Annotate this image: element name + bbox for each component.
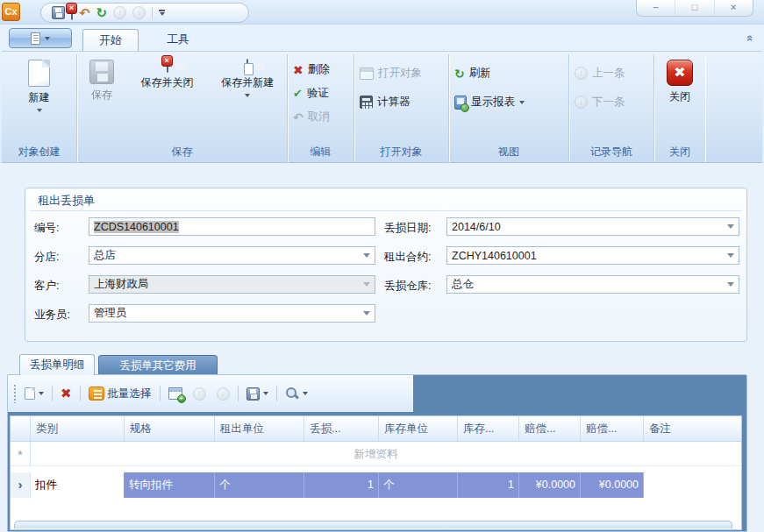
cell-stock-unit[interactable]: 个 (379, 472, 458, 498)
toolbar-grip-handle[interactable] (13, 384, 17, 403)
document-menu-icon (31, 32, 40, 45)
next-record-button: ↓ 下一条 (569, 90, 653, 114)
down-circle-icon: ↓ (217, 387, 230, 401)
close-button[interactable]: ✖ 关闭 (654, 54, 705, 142)
salesman-combobox[interactable]: 管理员 (89, 304, 375, 323)
delete-button[interactable]: ✖ 删除 (288, 58, 353, 82)
undo-icon[interactable]: ↶ (79, 5, 90, 21)
table-row[interactable]: › 扣件 转向扣件 个 1 个 1 ¥0.0000 ¥0.0000 (11, 472, 741, 498)
tab-start[interactable]: 开始 (82, 29, 139, 51)
detail-grid: 类别 规格 租出单位 丢损... 库存单位 库存... 赔偿... 赔偿... … (10, 415, 742, 530)
check-icon: ✔ (293, 87, 303, 100)
cell-loss-qty[interactable]: 1 (304, 472, 379, 498)
column-header-category[interactable]: 类别 (31, 416, 125, 441)
order-group-box: 租出丢损单 编号: ZCDS140610001 分店: 总店 客户: 上海财政局… (25, 188, 747, 342)
add-row-button[interactable] (22, 386, 46, 401)
column-header-stock-qty[interactable]: 库存... (458, 416, 519, 441)
new-page-badge-icon (244, 63, 253, 75)
save-and-close-button[interactable]: × (71, 7, 73, 19)
divider (152, 7, 153, 19)
grid-toolbar: ✖ 批量选择 + ↑ ↓ (8, 375, 413, 412)
dropdown-caret-icon (37, 109, 42, 112)
cell-rental-unit[interactable]: 个 (215, 472, 304, 498)
move-down-button: ↓ (214, 386, 232, 402)
previous-record-icon: ↑ (113, 6, 126, 19)
rental-contract-combobox[interactable]: ZCHY140610001 (446, 246, 739, 265)
cell-category[interactable]: 扣件 (31, 472, 125, 498)
column-header-stock-unit[interactable]: 库存单位 (379, 416, 458, 441)
tab-loss-order-detail[interactable]: 丢损单明细 (19, 354, 95, 375)
customize-quick-access-icon[interactable] (159, 10, 165, 16)
group-label: 记录导航 (569, 145, 653, 160)
search-button[interactable] (282, 385, 311, 402)
quick-access-toolbar: × ↶ ↻ ↑ ↓ (40, 3, 249, 23)
validate-button[interactable]: ✔ 验证 (288, 82, 353, 105)
minimize-button[interactable]: – (637, 0, 675, 16)
horizontal-scrollbar[interactable] (14, 521, 732, 528)
dropdown-caret-icon (519, 101, 525, 104)
refresh-icon: ↻ (454, 67, 465, 81)
ribbon-group-edit: ✖ 删除 ✔ 验证 ↶ 取消 编辑 (288, 54, 354, 162)
divider (276, 386, 277, 401)
next-record-icon: ↓ (132, 6, 146, 19)
dropdown-caret-icon (245, 94, 250, 97)
application-menu-button[interactable] (9, 28, 72, 48)
move-up-button: ↑ (190, 386, 209, 402)
column-header-rental-unit[interactable]: 租出单位 (215, 416, 304, 441)
close-x-icon: ✖ (667, 60, 693, 86)
divider (52, 386, 53, 401)
grid-header-row: 类别 规格 租出单位 丢损... 库存单位 库存... 赔偿... 赔偿... … (11, 416, 741, 442)
save-icon[interactable] (52, 6, 65, 19)
open-detail-button[interactable]: + (166, 386, 185, 401)
tab-loss-order-other-fees[interactable]: 丢损单其它费用 (98, 355, 218, 375)
down-circle-icon: ↓ (575, 96, 588, 109)
dropdown-caret-icon (263, 392, 268, 395)
close-badge-icon: × (161, 55, 173, 67)
cell-spec[interactable]: 转向扣件 (125, 472, 215, 498)
cell-remark[interactable] (644, 472, 741, 498)
main-panel: 租出丢损单 编号: ZCDS140610001 分店: 总店 客户: 上海财政局… (0, 163, 764, 532)
collapse-ribbon-icon[interactable]: « (744, 35, 757, 41)
refresh-icon[interactable]: ↻ (96, 5, 108, 21)
delete-row-button[interactable]: ✖ (58, 384, 75, 403)
refresh-button[interactable]: ↻ 刷新 (449, 61, 568, 85)
maximize-button[interactable]: □ (675, 0, 714, 16)
loss-warehouse-combobox[interactable]: 总仓 (446, 275, 739, 294)
ribbon-group-object-create: 新建 对象创建 (2, 54, 77, 162)
ribbon-group-view: ↻ 刷新 显示报表 视图 (449, 54, 569, 162)
column-header-remark[interactable]: 备注 (644, 416, 741, 441)
app-logo-icon: Cx (2, 3, 20, 21)
calculator-button[interactable]: 计算器 (354, 90, 448, 114)
batch-select-button[interactable]: 批量选择 (86, 385, 154, 403)
detail-tab-content: ✖ 批量选择 + ↑ ↓ (7, 374, 747, 532)
save-and-new-button[interactable]: 保存并新建 (208, 54, 287, 142)
selected-text: ZCDS140610001 (94, 221, 179, 233)
branch-combobox[interactable]: 总店 (89, 246, 375, 265)
number-input[interactable]: ZCDS140610001 (89, 217, 375, 236)
new-button[interactable]: 新建 (2, 54, 76, 142)
cell-compensation-2[interactable]: ¥0.0000 (581, 472, 644, 498)
show-report-button[interactable]: 显示报表 (449, 90, 568, 114)
loss-date-picker[interactable]: 2014/6/10 (446, 217, 739, 236)
grid-new-row[interactable]: * 新增资料 (11, 442, 741, 466)
close-window-button[interactable]: × (715, 0, 753, 16)
row-indicator-header (11, 416, 31, 441)
cell-stock-qty[interactable]: 1 (458, 472, 519, 498)
field-label-loss-warehouse: 丢损仓库: (384, 279, 431, 294)
report-icon (454, 96, 467, 110)
dropdown-caret-icon (45, 37, 50, 40)
group-label: 视图 (449, 145, 568, 160)
cell-compensation-1[interactable]: ¥0.0000 (519, 472, 581, 498)
column-header-compensation-1[interactable]: 赔偿... (519, 416, 581, 441)
save-and-close-button[interactable]: × 保存并关闭 (126, 54, 209, 142)
divider (160, 386, 161, 401)
column-header-loss-qty[interactable]: 丢损... (304, 416, 379, 441)
export-icon (246, 387, 260, 401)
window-controls: – □ × (636, 0, 753, 17)
tab-tools[interactable]: 工具 (149, 29, 207, 51)
group-label: 编辑 (288, 145, 353, 160)
column-header-spec[interactable]: 规格 (125, 416, 215, 441)
export-button[interactable] (244, 386, 271, 402)
column-header-compensation-2[interactable]: 赔偿... (581, 416, 644, 441)
group-label: 保存 (77, 145, 287, 160)
